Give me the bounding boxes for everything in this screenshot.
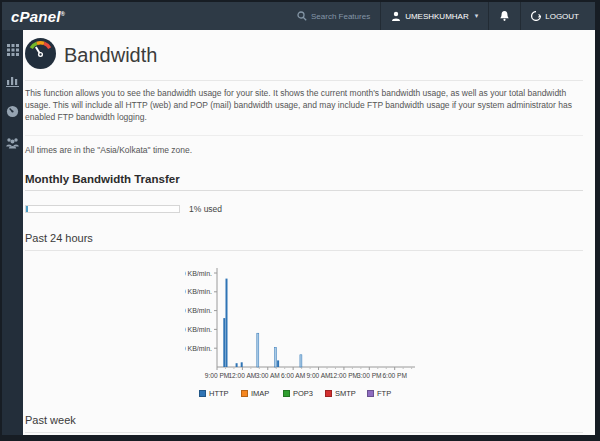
search-label: Search Features (311, 12, 370, 21)
navbar-right: Search Features UMESHKUMHAR ▾ LOGOUT (287, 2, 589, 30)
svg-text:12:00 PM: 12:00 PM (330, 372, 358, 379)
cpanel-logo[interactable]: cPanel® (11, 8, 65, 25)
brand-trademark: ® (61, 11, 66, 17)
legend-item: IMAP (241, 389, 283, 398)
legend-label: HTTP (209, 389, 229, 398)
past-week-heading: Past week (25, 414, 583, 433)
svg-text:6:00 AM: 6:00 AM (281, 372, 305, 379)
svg-text:9:00 PM: 9:00 PM (205, 372, 230, 379)
bandwidth-progress-bar (25, 205, 180, 213)
legend-swatch (367, 390, 374, 397)
search-features-button[interactable]: Search Features (287, 2, 380, 30)
svg-text:30 KB/min.: 30 KB/min. (185, 307, 212, 314)
sidebar-item-users[interactable] (5, 135, 20, 150)
monthly-transfer-heading: Monthly Bandwidth Transfer (25, 173, 583, 191)
main-content: Bandwidth This function allows you to se… (23, 30, 595, 435)
notifications-button[interactable] (488, 2, 520, 30)
page-body: Bandwidth This function allows you to se… (2, 30, 595, 435)
top-navbar: cPanel® Search Features UMESHKUMHAR ▾ (2, 2, 595, 30)
legend-label: IMAP (251, 389, 269, 398)
past24-chart: 10 KB/min.20 KB/min.30 KB/min.40 KB/min.… (185, 263, 435, 382)
logout-label: LOGOUT (545, 12, 579, 21)
svg-text:9:00 AM: 9:00 AM (306, 372, 330, 379)
user-menu[interactable]: UMESHKUMHAR ▾ (380, 2, 488, 30)
logout-icon (531, 11, 541, 21)
legend-swatch (283, 390, 290, 397)
svg-text:6:00 PM: 6:00 PM (382, 372, 407, 379)
svg-text:20 KB/min.: 20 KB/min. (185, 326, 212, 333)
bandwidth-gauge-icon (25, 38, 56, 73)
legend-label: SMTP (335, 389, 356, 398)
svg-text:50 KB/min.: 50 KB/min. (185, 269, 212, 276)
svg-text:40 KB/min.: 40 KB/min. (185, 288, 212, 295)
sidebar-item-statistics[interactable] (5, 73, 20, 88)
apps-grid-icon (7, 44, 19, 56)
user-group-icon (6, 137, 19, 149)
svg-text:3:00 PM: 3:00 PM (357, 372, 382, 379)
legend-item: FTP (367, 389, 409, 398)
gauge-icon (6, 105, 19, 118)
past24-chart-container: 10 KB/min.20 KB/min.30 KB/min.40 KB/min.… (185, 263, 583, 386)
legend-swatch (199, 390, 206, 397)
legend-swatch (325, 390, 332, 397)
legend-label: POP3 (293, 389, 313, 398)
chart-legend: HTTPIMAPPOP3SMTPFTP (199, 389, 583, 398)
svg-text:10 KB/min.: 10 KB/min. (185, 344, 212, 351)
page-header: Bandwidth (25, 30, 583, 81)
past-24-hours-heading: Past 24 hours (25, 232, 583, 251)
monthly-usage-row: 1% used (25, 204, 583, 214)
username: UMESHKUMHAR (405, 12, 469, 21)
logout-button[interactable]: LOGOUT (520, 2, 589, 30)
legend-swatch (241, 390, 248, 397)
svg-text:3:00 AM: 3:00 AM (256, 372, 280, 379)
bar-chart-icon (6, 74, 19, 87)
search-icon (297, 11, 307, 21)
legend-label: FTP (377, 389, 391, 398)
page-title: Bandwidth (64, 44, 157, 67)
legend-item: POP3 (283, 389, 325, 398)
sidebar-item-home[interactable] (5, 42, 20, 57)
bell-icon (499, 10, 510, 22)
legend-item: SMTP (325, 389, 367, 398)
usage-percent-label: 1% used (189, 204, 222, 214)
chevron-down-icon: ▾ (475, 12, 479, 20)
user-icon (391, 11, 401, 21)
legend-item: HTTP (199, 389, 241, 398)
svg-text:12:00 AM: 12:00 AM (228, 372, 256, 379)
browser-frame: cPanel® Search Features UMESHKUMHAR ▾ (0, 0, 600, 441)
brand-text: cPanel (11, 8, 61, 25)
page-description: This function allows you to see the band… (25, 88, 583, 136)
left-sidebar (2, 30, 23, 435)
sidebar-item-metrics[interactable] (5, 104, 20, 119)
progress-fill (26, 206, 28, 212)
timezone-note: All times are in the "Asia/Kolkata" time… (25, 145, 583, 155)
